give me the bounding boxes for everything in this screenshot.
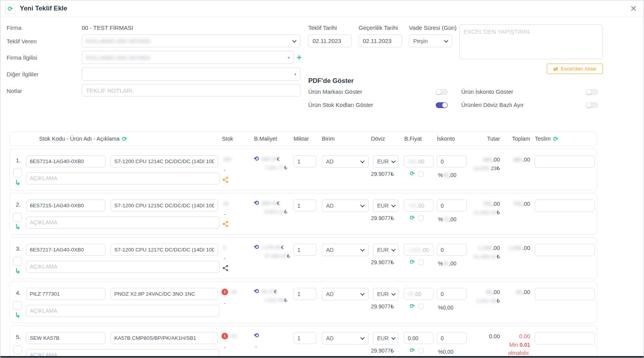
price-checkbox[interactable] [418,171,424,177]
price-refresh-icon[interactable]: ⟳ [410,303,415,309]
delivery-input[interactable] [535,288,595,300]
quantity-input[interactable] [294,155,316,167]
excel-import-button[interactable]: ⇄ Excel'den Aktar [547,64,603,74]
reload-button[interactable]: ⟳ [5,3,15,14]
row-checkbox[interactable] [13,169,22,177]
firma-ilgilisi-select[interactable]: KULLANICI ADI SOYADI ▾ [82,51,294,64]
description-input[interactable] [26,217,220,229]
unit-select[interactable]: AD [322,332,369,344]
quantity-input[interactable] [294,244,316,256]
stock-dash: - [224,344,226,351]
chevron-down-icon [391,291,395,296]
price-refresh-icon[interactable]: ⟳ [410,258,415,265]
cost-history-icon[interactable]: ⟲ [254,287,259,295]
unit-price-input[interactable]: 485.00 [404,155,434,167]
unit-select[interactable]: AD [322,244,369,256]
share-icon[interactable] [222,220,229,227]
indent-arrow-icon[interactable]: ↳ [15,179,21,187]
delivery-input[interactable] [535,155,595,168]
delivery-input[interactable] [535,332,595,344]
description-input[interactable] [26,172,220,184]
unit-price-input[interactable]: 85.00 [404,288,434,300]
price-checkbox[interactable] [418,304,424,309]
delivery-input[interactable] [535,200,595,212]
stock-code-input[interactable] [26,200,105,212]
quantity-input[interactable] [294,332,316,344]
stock-code-input[interactable] [26,288,105,300]
stock-code-input[interactable] [26,155,105,167]
unit-select[interactable]: AD [322,200,369,212]
gecerlilik-tarihi-label: Geçerlilik Tarihi [359,24,398,31]
currency-select[interactable]: EUR [373,288,398,300]
share-icon[interactable] [222,265,229,272]
cost-dash: - [255,344,257,350]
row-checkbox[interactable] [13,301,22,310]
price-refresh-icon[interactable]: ⟳ [410,347,415,353]
cost-history-icon[interactable]: ⟲ [254,155,259,162]
product-name-input[interactable] [110,200,218,212]
refresh-products-icon[interactable]: ⟳ [122,135,127,143]
excel-paste-textarea[interactable] [459,24,603,59]
product-name-input[interactable] [110,332,218,344]
exchange-rate: 29.9077₺ [371,303,394,310]
product-name-input[interactable] [110,288,218,300]
notes-input[interactable] [82,84,301,96]
price-checkbox[interactable] [418,260,424,265]
row-number: 3. [16,245,21,252]
indent-arrow-icon[interactable]: ↳ [15,223,21,231]
currency-select[interactable]: EUR [373,200,398,212]
description-input[interactable] [26,305,220,317]
diger-ilgililer-select[interactable]: ▾ [82,67,301,81]
row-checkbox[interactable] [13,345,22,354]
indent-arrow-icon[interactable]: ↳ [15,311,21,320]
currency-value: EUR [377,291,389,297]
chevron-down-icon [360,203,364,207]
currency-select[interactable]: EUR [373,332,398,344]
currency-select[interactable]: EUR [373,155,398,168]
stock-info-icon[interactable]: i [222,332,228,339]
stock-info-icon[interactable]: i [222,288,228,295]
row-checkbox[interactable] [13,213,22,222]
close-icon[interactable]: × [630,2,637,15]
quantity-input[interactable] [294,288,316,300]
cost-history-icon[interactable]: ⟲ [254,199,259,207]
teklif-veren-select[interactable]: KULLANICI ADI SOYADI [82,34,301,47]
price-refresh-icon[interactable]: ⟳ [410,214,415,221]
quote-date-input[interactable] [308,34,352,47]
cost-try: 37,983.00₺ [264,253,290,259]
indent-arrow-icon[interactable]: ↳ [15,267,21,275]
quantity-input[interactable] [294,200,316,212]
teklif-veren-value: KULLANICI ADI SOYADI [86,38,150,44]
validity-date-input[interactable] [359,34,402,47]
share-icon[interactable] [222,176,229,183]
payment-term-value: Peşin [413,38,428,44]
pdf-toggle-switch[interactable] [436,102,448,108]
cost-history-icon[interactable]: ⟲ [254,332,259,339]
unit-select[interactable]: AD [322,288,369,300]
pdf-toggle-switch[interactable] [586,102,598,108]
refresh-delivery-icon[interactable]: ⟳ [553,135,558,143]
discount-percent: %0,00 [438,349,453,355]
unit-price-input[interactable]: 755.00 [404,200,434,212]
cost-try: 8,915.21₺ [264,209,287,215]
cost-history-icon[interactable]: ⟲ [254,243,259,251]
row-checkbox[interactable] [13,257,22,266]
unit-select[interactable]: AD [322,155,369,168]
description-input[interactable] [26,261,220,273]
product-name-input[interactable] [110,244,218,256]
stock-code-input[interactable] [26,244,105,256]
price-refresh-icon[interactable]: ⟳ [410,170,415,177]
pdf-toggle-switch[interactable] [436,89,448,95]
payment-term-select[interactable]: Peşin [409,34,452,47]
unit-price-input[interactable]: 0.00 [404,332,434,344]
add-contact-button[interactable]: + [297,53,302,63]
price-checkbox[interactable] [418,348,424,353]
price-checkbox[interactable] [418,215,424,221]
product-name-input[interactable] [110,155,218,167]
unit-price-input[interactable]: 1,055.00 [404,244,434,256]
col-teslim: Teslim [535,136,551,142]
currency-select[interactable]: EUR [373,244,398,256]
stock-code-input[interactable] [26,332,105,344]
pdf-toggle-switch[interactable] [586,89,598,95]
delivery-input[interactable] [535,244,595,256]
